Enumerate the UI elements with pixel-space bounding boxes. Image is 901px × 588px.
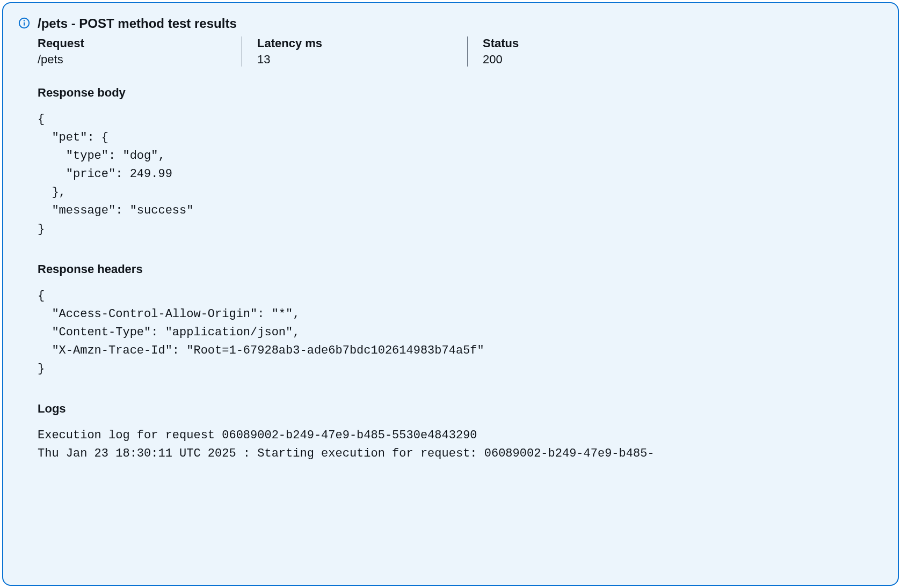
response-body-title: Response body bbox=[38, 86, 883, 100]
info-icon bbox=[18, 16, 30, 487]
latency-label: Latency ms bbox=[257, 36, 446, 50]
test-results-panel: /pets - POST method test results Request… bbox=[2, 2, 899, 586]
panel-title: /pets - POST method test results bbox=[38, 16, 883, 31]
logs-title: Logs bbox=[38, 402, 883, 416]
request-label: Request bbox=[38, 36, 220, 50]
response-headers-section: Response headers { "Access-Control-Allow… bbox=[38, 262, 883, 378]
response-headers-title: Response headers bbox=[38, 262, 883, 276]
svg-point-2 bbox=[24, 20, 25, 21]
summary-status: Status 200 bbox=[467, 36, 693, 67]
response-body-section: Response body { "pet": { "type": "dog", … bbox=[38, 86, 883, 239]
status-label: Status bbox=[483, 36, 671, 50]
response-body-content: { "pet": { "type": "dog", "price": 249.9… bbox=[38, 111, 883, 239]
logs-content: Execution log for request 06089002-b249-… bbox=[38, 427, 883, 463]
summary-request: Request /pets bbox=[38, 36, 242, 67]
summary-latency: Latency ms 13 bbox=[242, 36, 467, 67]
latency-value: 13 bbox=[257, 53, 446, 67]
status-value: 200 bbox=[483, 53, 671, 67]
response-headers-content: { "Access-Control-Allow-Origin": "*", "C… bbox=[38, 287, 883, 378]
summary-row: Request /pets Latency ms 13 Status 200 bbox=[38, 36, 883, 67]
logs-section: Logs Execution log for request 06089002-… bbox=[38, 402, 883, 463]
request-value: /pets bbox=[38, 53, 220, 67]
